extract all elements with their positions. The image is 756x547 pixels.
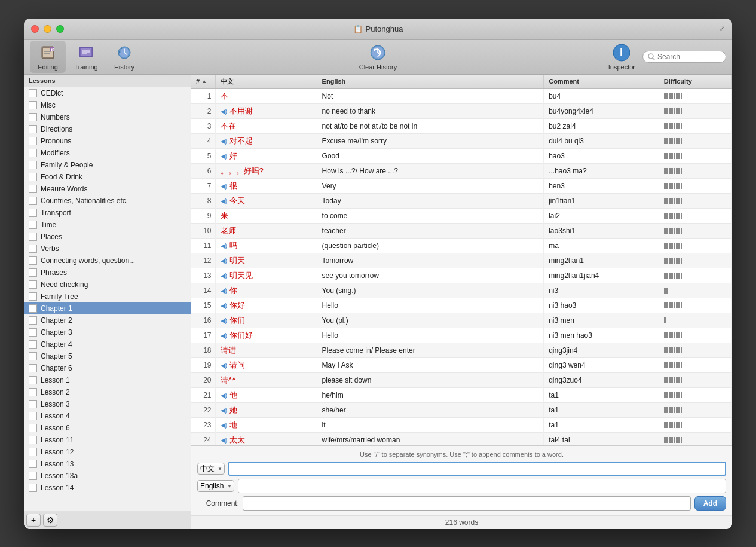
- sidebar-item-transport[interactable]: Transport: [24, 207, 191, 219]
- sound-icon[interactable]: ◀): [221, 362, 228, 369]
- table-row[interactable]: 7◀)很Veryhen3: [191, 178, 732, 193]
- table-row[interactable]: 19◀)请问May I Askqing3 wen4: [191, 357, 732, 372]
- english-select[interactable]: English: [197, 480, 234, 492]
- sound-icon[interactable]: ◀): [221, 332, 228, 339]
- training-button[interactable]: Training: [68, 41, 104, 73]
- table-row[interactable]: 16◀)你们You (pl.)ni3 men: [191, 313, 732, 328]
- sidebar-item-numbers[interactable]: Numbers: [24, 111, 191, 123]
- table-row[interactable]: 8◀)今天Todayjin1tian1: [191, 193, 732, 208]
- chinese-select[interactable]: 中文: [197, 463, 225, 475]
- col-header-num[interactable]: # ▲: [191, 75, 215, 89]
- table-row[interactable]: 18请进Please come in/ Please enterqing3jin…: [191, 343, 732, 357]
- minimize-button[interactable]: [44, 25, 51, 33]
- table-row[interactable]: 12◀)明天Tomorrowming2tian1: [191, 253, 732, 268]
- sidebar-item-family-tree[interactable]: Family Tree: [24, 291, 191, 302]
- settings-button[interactable]: ⚙: [43, 514, 57, 527]
- sound-icon[interactable]: ◀): [221, 287, 228, 294]
- sidebar-item-lesson3[interactable]: Lesson 3: [24, 398, 191, 410]
- table-row[interactable]: 2◀)不用谢no need to thankbu4yong4xie4: [191, 103, 732, 118]
- add-button[interactable]: Add: [694, 496, 726, 511]
- sound-icon[interactable]: ◀): [221, 257, 228, 264]
- sidebar-item-lesson13a[interactable]: Lesson 13a: [24, 470, 191, 482]
- sound-icon[interactable]: ◀): [221, 421, 228, 429]
- sidebar-item-directions[interactable]: Directions: [24, 123, 191, 135]
- sidebar-item-modifiers[interactable]: Modifiers: [24, 147, 191, 159]
- sound-icon[interactable]: ◀): [221, 436, 228, 444]
- sidebar-item-time[interactable]: Time: [24, 219, 191, 231]
- chinese-input[interactable]: [228, 462, 726, 476]
- table-row[interactable]: 6。。。好吗?How is ...?/ How are ...?...hao3 …: [191, 163, 732, 178]
- sidebar-item-need-checking[interactable]: Need checking: [24, 279, 191, 291]
- sidebar-item-lesson6[interactable]: Lesson 6: [24, 422, 191, 434]
- col-header-difficulty[interactable]: Difficulty: [659, 75, 731, 89]
- sidebar-item-lesson1[interactable]: Lesson 1: [24, 374, 191, 386]
- sound-icon[interactable]: ◀): [221, 392, 228, 399]
- clear-history-button[interactable]: Clear History: [359, 43, 397, 71]
- col-header-comment[interactable]: Comment: [544, 75, 659, 89]
- table-row[interactable]: 22◀)她she/herta1: [191, 402, 732, 417]
- table-row[interactable]: 20请坐please sit downqing3zuo4: [191, 372, 732, 387]
- table-row[interactable]: 23◀)地itta1: [191, 417, 732, 432]
- inspector-button[interactable]: i Inspector: [608, 43, 635, 71]
- table-row[interactable]: 9来to comelai2: [191, 208, 732, 223]
- col-header-english[interactable]: English: [317, 75, 544, 89]
- table-row[interactable]: 21◀)他he/himta1: [191, 387, 732, 402]
- sidebar-item-places[interactable]: Places: [24, 231, 191, 243]
- sidebar-item-connecting-words[interactable]: Connecting words, question...: [24, 255, 191, 267]
- sidebar-item-lesson14[interactable]: Lesson 14: [24, 482, 191, 494]
- sidebar-item-chapter2[interactable]: Chapter 2: [24, 314, 191, 326]
- table-row[interactable]: 15◀)你好Helloni3 hao3: [191, 298, 732, 313]
- sound-icon[interactable]: ◀): [221, 302, 228, 309]
- table-row[interactable]: 10老师teacherlao3shi1: [191, 223, 732, 238]
- sound-icon[interactable]: ◀): [221, 108, 228, 115]
- table-row[interactable]: 4◀)对不起Excuse me/I'm sorrydui4 bu qi3: [191, 133, 732, 148]
- sidebar-item-chapter3[interactable]: Chapter 3: [24, 326, 191, 338]
- expand-icon[interactable]: ⤢: [719, 25, 725, 33]
- table-row[interactable]: 5◀)好Goodhao3: [191, 148, 732, 163]
- table-row[interactable]: 1不Notbu4: [191, 88, 732, 103]
- sidebar-item-pronouns[interactable]: Pronouns: [24, 135, 191, 147]
- sidebar-item-phrases[interactable]: Phrases: [24, 267, 191, 279]
- sidebar-item-countries[interactable]: Countries, Nationalities etc.: [24, 195, 191, 207]
- add-lesson-button[interactable]: +: [26, 514, 41, 527]
- sidebar-item-lesson4[interactable]: Lesson 4: [24, 410, 191, 422]
- table-row[interactable]: 14◀)你You (sing.)ni3: [191, 283, 732, 298]
- sidebar-item-lesson11[interactable]: Lesson 11: [24, 434, 191, 446]
- sound-icon[interactable]: ◀): [221, 197, 228, 204]
- sound-icon[interactable]: ◀): [221, 182, 228, 190]
- table-row[interactable]: 17◀)你们好Helloni3 men hao3: [191, 328, 732, 343]
- search-input[interactable]: [657, 53, 721, 61]
- history-button[interactable]: History: [106, 41, 142, 73]
- sound-icon[interactable]: ◀): [221, 272, 228, 279]
- sound-icon[interactable]: ◀): [221, 137, 228, 145]
- sidebar-item-measure-words[interactable]: Meaure Words: [24, 183, 191, 195]
- editing-button[interactable]: 絵 Editing: [30, 41, 66, 73]
- table-row[interactable]: 13◀)明天见see you tomorrowming2tian1jian4: [191, 268, 732, 283]
- search-box[interactable]: [642, 51, 726, 63]
- sidebar-item-cedict[interactable]: CEDict: [24, 87, 191, 99]
- col-header-chinese[interactable]: 中文: [215, 75, 317, 89]
- table-row[interactable]: 24◀)太太wife/mrs/married womantai4 tai: [191, 432, 732, 445]
- table-row[interactable]: 3不在not at/to be not at /to be not inbu2 …: [191, 118, 732, 133]
- close-button[interactable]: [31, 25, 39, 33]
- sidebar-item-verbs[interactable]: Verbs: [24, 243, 191, 255]
- sidebar-item-chapter5[interactable]: Chapter 5: [24, 350, 191, 362]
- sidebar-item-lesson12[interactable]: Lesson 12: [24, 446, 191, 458]
- sidebar-item-misc[interactable]: Misc: [24, 99, 191, 111]
- sound-icon[interactable]: ◀): [221, 152, 228, 160]
- comment-input[interactable]: [243, 496, 691, 511]
- table-row[interactable]: 11◀)吗(question particle)ma: [191, 238, 732, 253]
- sound-icon[interactable]: ◀): [221, 317, 228, 324]
- sidebar-item-food-drink[interactable]: Food & Drink: [24, 171, 191, 183]
- sidebar-item-lesson2[interactable]: Lesson 2: [24, 386, 191, 398]
- sidebar-item-chapter6[interactable]: Chapter 6: [24, 362, 191, 374]
- sidebar-item-family-people[interactable]: Family & People: [24, 159, 191, 171]
- sound-icon[interactable]: ◀): [221, 407, 228, 414]
- lesson-icon: [29, 388, 37, 396]
- sidebar-item-chapter4[interactable]: Chapter 4: [24, 338, 191, 350]
- sidebar-item-chapter1[interactable]: Chapter 1: [24, 302, 191, 314]
- maximize-button[interactable]: [56, 25, 64, 33]
- sound-icon[interactable]: ◀): [221, 242, 228, 249]
- english-input[interactable]: [238, 479, 726, 493]
- sidebar-item-lesson13[interactable]: Lesson 13: [24, 458, 191, 470]
